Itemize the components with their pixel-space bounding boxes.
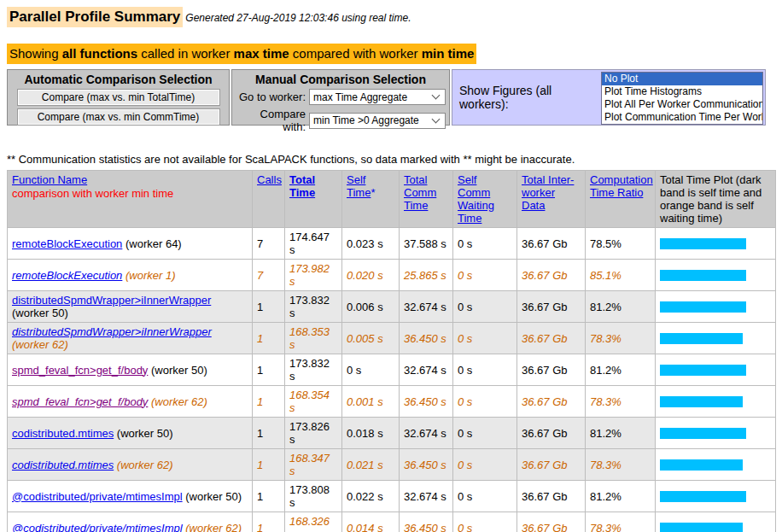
- cell-self-time: 0.001 s: [342, 386, 400, 418]
- cell-total-comm-time: 32.674 s: [400, 291, 453, 323]
- cell-total-time: 168.326 s: [285, 512, 342, 532]
- cell-total-time-plot: [656, 449, 776, 481]
- total-comm-sort-link[interactable]: Total Comm Time: [404, 173, 436, 212]
- cell-total-time-plot: [656, 228, 776, 260]
- show-figures-listbox[interactable]: No PlotPlot Time HistogramsPlot All Per …: [601, 72, 763, 125]
- generated-timestamp: Generated 27-Aug-2019 12:03:46 using rea…: [185, 12, 411, 24]
- cell-total-comm-time: 36.450 s: [400, 449, 453, 481]
- total-time-bar: [660, 459, 743, 471]
- cell-self-time: 0 s: [342, 354, 400, 386]
- total-time-bar: [660, 333, 743, 344]
- cell-interworker-data: 36.67 Gb: [517, 354, 586, 386]
- cell-total-comm-time: 36.450 s: [400, 323, 453, 354]
- header-row: Function Name comparison with worker min…: [8, 171, 776, 228]
- calls-sort-link[interactable]: Calls: [257, 173, 282, 186]
- banner-segment: min time: [422, 46, 475, 61]
- computation-ratio-sort-link[interactable]: Computation Time Ratio: [590, 173, 653, 199]
- function-link[interactable]: distributedSpmdWrapper>iInnerWrapper: [12, 294, 211, 307]
- total-time-bar: [660, 428, 746, 439]
- figures-option[interactable]: No Plot: [602, 73, 762, 85]
- self-time-sort-link[interactable]: Self Time: [347, 173, 371, 199]
- self-comm-waiting-sort-link[interactable]: Self Comm Waiting Time: [458, 173, 494, 225]
- function-link[interactable]: codistributed.mtimes: [12, 427, 114, 440]
- function-link[interactable]: remoteBlockExecution: [12, 269, 122, 282]
- column-header-calls: Calls: [253, 171, 285, 228]
- cell-function-name: codistributed.mtimes (worker 62): [8, 449, 253, 481]
- cell-total-time: 173.832 s: [285, 291, 342, 323]
- table-row: remoteBlockExecution (worker 64)7174.647…: [8, 228, 776, 260]
- cell-total-time: 168.353 s: [285, 323, 342, 354]
- cell-total-time-plot: [656, 418, 776, 449]
- automatic-comparison-panel: Automatic Comparison Selection Compare (…: [7, 69, 230, 126]
- show-figures-label: Show Figures (all workers):: [459, 84, 601, 111]
- figures-option[interactable]: Plot All Per Worker Communication: [602, 98, 762, 111]
- interworker-data-sort-link[interactable]: Total Inter-worker Data: [522, 173, 574, 212]
- table-row: distributedSpmdWrapper>iInnerWrapper (wo…: [8, 323, 776, 354]
- function-name-sort-link[interactable]: Function Name: [12, 173, 87, 186]
- compare-commtime-button[interactable]: Compare (max vs. min CommTime): [17, 108, 220, 126]
- cell-function-name: distributedSpmdWrapper>iInnerWrapper (wo…: [8, 323, 253, 354]
- compare-totaltime-button[interactable]: Compare (max vs. min TotalTime): [17, 89, 220, 106]
- worker-label: (worker 62): [183, 522, 242, 532]
- worker-label: (worker 50): [12, 307, 68, 319]
- go-to-worker-row: Go to worker: max Time Aggregate: [236, 89, 446, 105]
- banner-segment: Showing: [9, 46, 62, 61]
- cell-computation-ratio: 78.5%: [586, 228, 656, 260]
- function-link[interactable]: @codistributed/private/mtimesImpl: [12, 522, 183, 532]
- function-link[interactable]: codistributed.mtimes: [12, 459, 114, 471]
- cell-total-time-plot: [656, 323, 776, 354]
- cell-total-comm-time: 36.450 s: [400, 512, 453, 532]
- banner-segment: called in worker: [137, 46, 234, 61]
- cell-calls: 1: [253, 386, 285, 418]
- cell-calls: 1: [253, 354, 285, 386]
- column-header-self-time: Self Time*: [342, 171, 400, 228]
- compare-with-select[interactable]: min Time >0 Aggregate: [309, 113, 446, 129]
- total-time-bar: [660, 301, 746, 313]
- cell-self-time: 0.006 s: [342, 291, 400, 323]
- figures-option[interactable]: Plot Time Histograms: [602, 85, 762, 98]
- cell-computation-ratio: 81.2%: [586, 418, 656, 449]
- cell-total-time-plot: [656, 291, 776, 323]
- cell-function-name: distributedSpmdWrapper>iInnerWrapper (wo…: [8, 291, 253, 323]
- cell-computation-ratio: 85.1%: [586, 260, 656, 291]
- cell-self-comm-waiting: 0 s: [453, 354, 517, 386]
- cell-self-comm-waiting: 0 s: [453, 512, 517, 532]
- cell-total-time-plot: [656, 512, 776, 532]
- scalapack-note: ** Communication statistics are not avai…: [7, 153, 775, 166]
- cell-calls: 1: [253, 291, 285, 323]
- worker-label: (worker 50): [183, 490, 242, 503]
- function-link[interactable]: distributedSpmdWrapper>iInnerWrapper: [12, 325, 212, 338]
- function-link[interactable]: remoteBlockExecution: [12, 237, 122, 250]
- cell-interworker-data: 36.67 Gb: [517, 260, 586, 291]
- cell-total-time: 173.826 s: [285, 418, 342, 449]
- compare-with-row: Compare with: min Time >0 Aggregate: [236, 108, 446, 133]
- cell-total-time: 168.354 s: [285, 386, 342, 418]
- total-time-sort-link[interactable]: Total Time: [289, 173, 315, 199]
- function-link[interactable]: spmd_feval_fcn>get_f/body: [12, 364, 148, 377]
- cell-calls: 7: [253, 228, 285, 260]
- showing-banner-text: Showing all functions called in worker m…: [7, 44, 476, 64]
- worker-label: (worker 62): [12, 338, 68, 351]
- cell-self-comm-waiting: 0 s: [453, 418, 517, 449]
- cell-computation-ratio: 78.3%: [586, 323, 656, 354]
- table-row: remoteBlockExecution (worker 1)7173.982 …: [8, 260, 776, 291]
- banner-segment: all functions: [62, 46, 137, 61]
- page-title: Parallel Profile Summary: [7, 7, 183, 27]
- cell-total-time: 174.647 s: [285, 228, 342, 260]
- column-header-self-comm-waiting: Self Comm Waiting Time: [453, 171, 517, 228]
- showing-banner: Showing all functions called in worker m…: [7, 46, 775, 61]
- cell-total-comm-time: 25.865 s: [400, 260, 453, 291]
- cell-total-time: 173.982 s: [285, 260, 342, 291]
- cell-total-time: 173.832 s: [285, 354, 342, 386]
- go-to-worker-select[interactable]: max Time Aggregate: [309, 89, 446, 105]
- worker-label: (worker 62): [148, 395, 207, 408]
- cell-total-comm-time: 32.674 s: [400, 418, 453, 449]
- cell-self-time: 0.023 s: [342, 228, 400, 260]
- table-row: distributedSpmdWrapper>iInnerWrapper (wo…: [8, 291, 776, 323]
- figures-option[interactable]: Plot Communication Time Per Worker: [602, 111, 762, 124]
- function-link[interactable]: spmd_feval_fcn>get_f/body: [12, 395, 148, 408]
- function-link[interactable]: @codistributed/private/mtimesImpl: [12, 490, 183, 503]
- cell-function-name: remoteBlockExecution (worker 64): [8, 228, 253, 260]
- compare-with-label: Compare with:: [236, 108, 309, 133]
- cell-self-comm-waiting: 0 s: [453, 323, 517, 354]
